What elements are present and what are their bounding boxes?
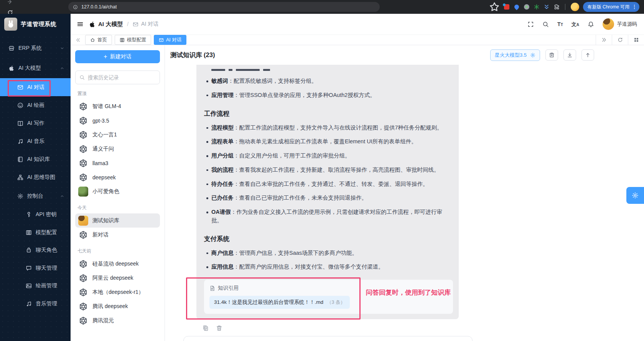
sidebar-item-ai-llm[interactable]: AI 大模型 bbox=[0, 58, 71, 78]
conversation-item-siliconflow-deepseek[interactable]: 硅基流动 deepseek bbox=[75, 257, 160, 271]
conversation-item-tencent-deepseek[interactable]: 腾讯 deepseek bbox=[75, 299, 160, 313]
ext-location-pin-icon[interactable] bbox=[514, 4, 520, 10]
sidebar-item-chat-role[interactable]: 聊天角色 bbox=[0, 241, 71, 259]
ext-green-asterisk-icon[interactable] bbox=[534, 4, 540, 10]
message-bullet: 流程表单：拖动表单元素生成相应的工作流表单，覆盖Element UI所有的表单组… bbox=[204, 138, 453, 146]
message-bullet: 我的流程：查看我发起的工作流程，支持新建、取消流程等操作，高亮流程图、审批时间线… bbox=[204, 166, 453, 174]
openai-logo-icon bbox=[78, 116, 88, 126]
url-text: 127.0.0.1/ai/chat bbox=[81, 4, 117, 10]
sidebar-item-draw-manage[interactable]: 绘画管理 bbox=[0, 277, 71, 295]
sidebar-item-ai-write[interactable]: AI 写作 bbox=[0, 114, 71, 132]
conversation-item-wenxinyiyan1[interactable]: 文心一言1 bbox=[75, 128, 160, 142]
user-avatar bbox=[603, 18, 614, 30]
history-search-input[interactable] bbox=[88, 75, 156, 80]
breadcrumb: AI 大模型 / AI 对话 bbox=[89, 21, 158, 28]
mail-icon bbox=[159, 38, 164, 43]
browser-extension-icons bbox=[489, 2, 560, 12]
trash-icon[interactable] bbox=[216, 325, 222, 331]
sidebar-item-chat-manage[interactable]: 聊天管理 bbox=[0, 259, 71, 277]
refresh-page-button[interactable] bbox=[612, 35, 628, 45]
fullscreen-icon[interactable] bbox=[527, 21, 534, 28]
conversation-label: 文心一言1 bbox=[92, 131, 117, 138]
conversation-item-gpt-35[interactable]: gpt-3.5 bbox=[75, 113, 160, 128]
menu-collapse-icon[interactable] bbox=[77, 21, 84, 28]
openai-logo-icon bbox=[78, 316, 88, 326]
conversation-label: 测试知识库 bbox=[92, 217, 119, 224]
site-info-icon[interactable] bbox=[73, 5, 78, 10]
conversation-item-tencent-hunyuan[interactable]: 腾讯混元 bbox=[75, 313, 160, 328]
chat-settings-float-button[interactable] bbox=[626, 187, 644, 204]
address-bar[interactable]: 127.0.0.1/ai/chat bbox=[68, 2, 380, 12]
user-menu[interactable]: 芋道源码 bbox=[603, 18, 637, 30]
sidebar-item-label: API 密钥 bbox=[36, 211, 56, 218]
download-button[interactable] bbox=[563, 49, 576, 61]
sidebar-item-ai-knowledge[interactable]: AI 知识库 bbox=[0, 150, 71, 168]
sidebar-item-ai-mindmap[interactable]: AI 思维导图 bbox=[0, 168, 71, 186]
sidebar-item-console[interactable]: 控制台 bbox=[0, 186, 71, 206]
citation-doc-chip[interactable]: 31.4k！这是我见过最强的后台管理系统！！.md （3 条） bbox=[209, 296, 350, 309]
conversation-item-new-chat[interactable]: 新对话 bbox=[75, 228, 160, 242]
conversation-item-local-deepseek-r1[interactable]: 本地（deepseek-r1） bbox=[75, 285, 160, 299]
sidebar-item-api-key[interactable]: API 密钥 bbox=[0, 206, 71, 224]
browser-profile-avatar[interactable] bbox=[571, 3, 579, 11]
sidebar-item-ai-music[interactable]: AI 音乐 bbox=[0, 132, 71, 150]
clear-messages-button[interactable] bbox=[545, 49, 558, 61]
ext-red-badge-icon[interactable] bbox=[504, 4, 510, 10]
section-label: 七天前 bbox=[77, 248, 158, 254]
search-icon[interactable] bbox=[542, 21, 549, 28]
history-search[interactable] bbox=[75, 70, 160, 84]
app-logo[interactable]: 芋道管理系统 bbox=[0, 14, 71, 34]
conversation-label: deepseek bbox=[92, 174, 116, 180]
mail-icon bbox=[17, 84, 23, 90]
kebab-menu-icon[interactable] bbox=[632, 4, 637, 10]
conversation-item-zhipu-glm4[interactable]: 智谱 GLM-4 bbox=[75, 99, 160, 113]
conversation-sections: 置顶智谱 GLM-4gpt-3.5文心一言1通义千问llama3deepseek… bbox=[75, 90, 160, 328]
model-select-button[interactable]: 星火大模型3.5 bbox=[490, 49, 540, 61]
breadcrumb-separator: / bbox=[127, 21, 128, 27]
conversation-item-tongyi-qianwen[interactable]: 通义千问 bbox=[75, 142, 160, 156]
tab-home[interactable]: 首页 bbox=[85, 35, 112, 45]
shop-icon bbox=[8, 45, 15, 51]
layout-grid-button[interactable] bbox=[628, 35, 644, 45]
chat-scroll-area[interactable]: 敏感词：配置系统敏感词，支持标签分组。应用管理：管理SSO单点登录的应用，支持多… bbox=[165, 65, 644, 341]
avatar bbox=[78, 187, 88, 197]
browser-forward-button[interactable] bbox=[5, 0, 15, 7]
conversation-label: 本地（deepseek-r1） bbox=[92, 289, 144, 296]
sidebar-item-music-manage[interactable]: 音乐管理 bbox=[0, 295, 71, 313]
citation-doc-name: 31.4k！这是我见过最强的后台管理系统！！.md bbox=[214, 299, 323, 306]
tab-ai-chat[interactable]: AI 对话 bbox=[154, 35, 186, 45]
ext-gray-dot-icon[interactable] bbox=[524, 4, 530, 10]
font-size-icon[interactable]: TT bbox=[557, 21, 563, 27]
sidebar-item-label: AI 大模型 bbox=[18, 65, 41, 72]
new-chat-button[interactable]: + 新建对话 bbox=[75, 50, 160, 63]
chrome-update-button[interactable]: 有新版 Chrome 可用 bbox=[583, 2, 639, 12]
sidebar-item-model-config[interactable]: 模型配置 bbox=[0, 224, 71, 242]
conversation-item-cute-role[interactable]: 小可爱角色 bbox=[75, 184, 160, 198]
knowledge-citation-card: 知识引用 31.4k！这是我见过最强的后台管理系统！！.md （3 条） bbox=[204, 280, 453, 314]
sidebar-item-ai-chat[interactable]: AI 对话 bbox=[0, 78, 71, 96]
sidebar-item-ai-draw[interactable]: AI 绘画 bbox=[0, 96, 71, 114]
message-bullet: 应用管理：管理SSO单点登录的应用，支持多种OAuth2授权方式。 bbox=[204, 91, 453, 100]
scroll-top-button[interactable] bbox=[581, 49, 594, 61]
message-bullet: 敏感词：配置系统敏感词，支持标签分组。 bbox=[204, 77, 453, 85]
sidebar-item-erp-system[interactable]: ERP 系统 bbox=[0, 38, 71, 58]
conversation-item-test-knowledge[interactable]: 测试知识库 bbox=[75, 213, 160, 228]
ext-blue-chevrons-icon[interactable] bbox=[544, 4, 550, 10]
abacus-icon bbox=[26, 230, 32, 236]
conversation-item-deepseek[interactable]: deepseek bbox=[75, 170, 160, 184]
sidebar-item-label: AI 绘画 bbox=[27, 102, 44, 109]
conversation-item-aliyun-deepseek[interactable]: 阿里云 deepseek bbox=[75, 271, 160, 285]
mail-icon bbox=[133, 21, 138, 27]
chevron-up-icon bbox=[60, 66, 64, 70]
openai-logo-icon bbox=[78, 273, 88, 283]
conversation-item-llama3[interactable]: llama3 bbox=[75, 156, 160, 170]
extensions-puzzle-icon[interactable] bbox=[553, 4, 560, 10]
copy-icon[interactable] bbox=[203, 325, 209, 331]
tab-model-config[interactable]: 模型配置 bbox=[115, 35, 151, 45]
bell-icon[interactable] bbox=[588, 21, 594, 28]
translate-icon[interactable]: 文A bbox=[572, 22, 579, 27]
bookmark-star-icon[interactable] bbox=[489, 2, 500, 12]
tabs-scroll-right[interactable] bbox=[596, 35, 612, 45]
prompt-input-box[interactable] bbox=[183, 336, 473, 341]
tabs-scroll-left[interactable] bbox=[71, 38, 85, 43]
